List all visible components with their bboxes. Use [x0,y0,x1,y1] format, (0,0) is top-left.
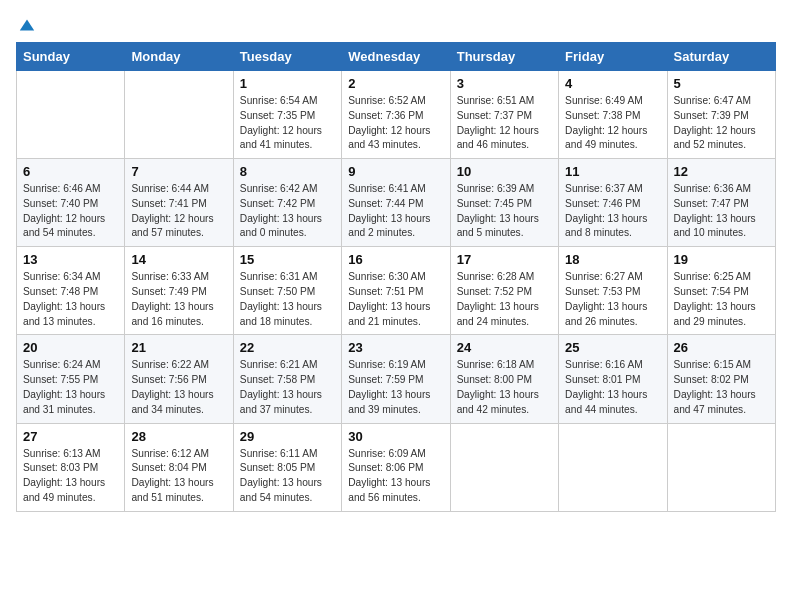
day-number: 18 [565,252,660,267]
weekday-header: Wednesday [342,43,450,71]
calendar-cell: 16Sunrise: 6:30 AM Sunset: 7:51 PM Dayli… [342,247,450,335]
day-info: Sunrise: 6:31 AM Sunset: 7:50 PM Dayligh… [240,270,335,329]
day-info: Sunrise: 6:11 AM Sunset: 8:05 PM Dayligh… [240,447,335,506]
day-info: Sunrise: 6:37 AM Sunset: 7:46 PM Dayligh… [565,182,660,241]
calendar-cell: 4Sunrise: 6:49 AM Sunset: 7:38 PM Daylig… [559,71,667,159]
calendar-cell: 20Sunrise: 6:24 AM Sunset: 7:55 PM Dayli… [17,335,125,423]
calendar-cell: 15Sunrise: 6:31 AM Sunset: 7:50 PM Dayli… [233,247,341,335]
day-info: Sunrise: 6:13 AM Sunset: 8:03 PM Dayligh… [23,447,118,506]
weekday-header-row: SundayMondayTuesdayWednesdayThursdayFrid… [17,43,776,71]
calendar-cell: 14Sunrise: 6:33 AM Sunset: 7:49 PM Dayli… [125,247,233,335]
day-info: Sunrise: 6:33 AM Sunset: 7:49 PM Dayligh… [131,270,226,329]
day-number: 19 [674,252,769,267]
calendar-cell: 1Sunrise: 6:54 AM Sunset: 7:35 PM Daylig… [233,71,341,159]
calendar-cell: 24Sunrise: 6:18 AM Sunset: 8:00 PM Dayli… [450,335,558,423]
day-number: 25 [565,340,660,355]
calendar-cell: 27Sunrise: 6:13 AM Sunset: 8:03 PM Dayli… [17,423,125,511]
day-number: 11 [565,164,660,179]
day-info: Sunrise: 6:42 AM Sunset: 7:42 PM Dayligh… [240,182,335,241]
calendar-cell: 3Sunrise: 6:51 AM Sunset: 7:37 PM Daylig… [450,71,558,159]
calendar-cell: 26Sunrise: 6:15 AM Sunset: 8:02 PM Dayli… [667,335,775,423]
calendar-cell: 11Sunrise: 6:37 AM Sunset: 7:46 PM Dayli… [559,159,667,247]
day-number: 12 [674,164,769,179]
calendar-cell: 22Sunrise: 6:21 AM Sunset: 7:58 PM Dayli… [233,335,341,423]
weekday-header: Monday [125,43,233,71]
calendar-week-row: 13Sunrise: 6:34 AM Sunset: 7:48 PM Dayli… [17,247,776,335]
day-info: Sunrise: 6:52 AM Sunset: 7:36 PM Dayligh… [348,94,443,153]
day-info: Sunrise: 6:47 AM Sunset: 7:39 PM Dayligh… [674,94,769,153]
day-number: 1 [240,76,335,91]
day-number: 10 [457,164,552,179]
day-number: 9 [348,164,443,179]
calendar-cell: 7Sunrise: 6:44 AM Sunset: 7:41 PM Daylig… [125,159,233,247]
day-number: 29 [240,429,335,444]
day-info: Sunrise: 6:12 AM Sunset: 8:04 PM Dayligh… [131,447,226,506]
calendar-cell: 21Sunrise: 6:22 AM Sunset: 7:56 PM Dayli… [125,335,233,423]
calendar-cell [450,423,558,511]
logo-icon [18,16,36,34]
calendar-cell: 5Sunrise: 6:47 AM Sunset: 7:39 PM Daylig… [667,71,775,159]
day-number: 2 [348,76,443,91]
calendar-cell: 12Sunrise: 6:36 AM Sunset: 7:47 PM Dayli… [667,159,775,247]
calendar-cell: 6Sunrise: 6:46 AM Sunset: 7:40 PM Daylig… [17,159,125,247]
day-number: 20 [23,340,118,355]
day-info: Sunrise: 6:54 AM Sunset: 7:35 PM Dayligh… [240,94,335,153]
day-number: 3 [457,76,552,91]
day-number: 5 [674,76,769,91]
logo [16,16,36,30]
weekday-header: Sunday [17,43,125,71]
calendar-cell: 17Sunrise: 6:28 AM Sunset: 7:52 PM Dayli… [450,247,558,335]
calendar-cell: 19Sunrise: 6:25 AM Sunset: 7:54 PM Dayli… [667,247,775,335]
day-info: Sunrise: 6:18 AM Sunset: 8:00 PM Dayligh… [457,358,552,417]
day-info: Sunrise: 6:16 AM Sunset: 8:01 PM Dayligh… [565,358,660,417]
calendar-cell: 10Sunrise: 6:39 AM Sunset: 7:45 PM Dayli… [450,159,558,247]
day-number: 23 [348,340,443,355]
day-info: Sunrise: 6:44 AM Sunset: 7:41 PM Dayligh… [131,182,226,241]
day-info: Sunrise: 6:24 AM Sunset: 7:55 PM Dayligh… [23,358,118,417]
calendar-cell: 30Sunrise: 6:09 AM Sunset: 8:06 PM Dayli… [342,423,450,511]
day-number: 14 [131,252,226,267]
calendar-cell: 28Sunrise: 6:12 AM Sunset: 8:04 PM Dayli… [125,423,233,511]
day-number: 27 [23,429,118,444]
calendar-week-row: 27Sunrise: 6:13 AM Sunset: 8:03 PM Dayli… [17,423,776,511]
day-info: Sunrise: 6:49 AM Sunset: 7:38 PM Dayligh… [565,94,660,153]
calendar-week-row: 20Sunrise: 6:24 AM Sunset: 7:55 PM Dayli… [17,335,776,423]
day-info: Sunrise: 6:34 AM Sunset: 7:48 PM Dayligh… [23,270,118,329]
calendar-cell: 9Sunrise: 6:41 AM Sunset: 7:44 PM Daylig… [342,159,450,247]
day-number: 6 [23,164,118,179]
page-header [16,16,776,30]
day-info: Sunrise: 6:27 AM Sunset: 7:53 PM Dayligh… [565,270,660,329]
day-info: Sunrise: 6:25 AM Sunset: 7:54 PM Dayligh… [674,270,769,329]
day-info: Sunrise: 6:51 AM Sunset: 7:37 PM Dayligh… [457,94,552,153]
day-info: Sunrise: 6:21 AM Sunset: 7:58 PM Dayligh… [240,358,335,417]
day-number: 15 [240,252,335,267]
day-number: 26 [674,340,769,355]
calendar-cell [125,71,233,159]
calendar-cell [17,71,125,159]
calendar-cell [667,423,775,511]
day-info: Sunrise: 6:09 AM Sunset: 8:06 PM Dayligh… [348,447,443,506]
day-number: 17 [457,252,552,267]
calendar-cell: 25Sunrise: 6:16 AM Sunset: 8:01 PM Dayli… [559,335,667,423]
day-number: 21 [131,340,226,355]
calendar-cell: 23Sunrise: 6:19 AM Sunset: 7:59 PM Dayli… [342,335,450,423]
day-number: 22 [240,340,335,355]
weekday-header: Tuesday [233,43,341,71]
calendar-week-row: 1Sunrise: 6:54 AM Sunset: 7:35 PM Daylig… [17,71,776,159]
day-info: Sunrise: 6:36 AM Sunset: 7:47 PM Dayligh… [674,182,769,241]
calendar-cell: 29Sunrise: 6:11 AM Sunset: 8:05 PM Dayli… [233,423,341,511]
day-number: 8 [240,164,335,179]
weekday-header: Thursday [450,43,558,71]
day-info: Sunrise: 6:39 AM Sunset: 7:45 PM Dayligh… [457,182,552,241]
calendar-cell: 2Sunrise: 6:52 AM Sunset: 7:36 PM Daylig… [342,71,450,159]
day-number: 13 [23,252,118,267]
day-number: 28 [131,429,226,444]
calendar-cell: 8Sunrise: 6:42 AM Sunset: 7:42 PM Daylig… [233,159,341,247]
calendar-cell [559,423,667,511]
day-number: 30 [348,429,443,444]
weekday-header: Saturday [667,43,775,71]
day-info: Sunrise: 6:19 AM Sunset: 7:59 PM Dayligh… [348,358,443,417]
weekday-header: Friday [559,43,667,71]
svg-marker-0 [20,20,34,31]
calendar-table: SundayMondayTuesdayWednesdayThursdayFrid… [16,42,776,512]
